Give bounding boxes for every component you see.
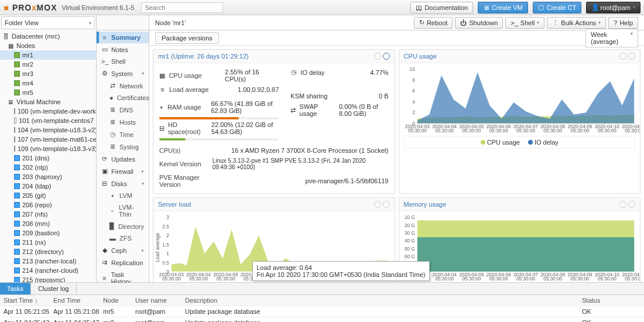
menu-time[interactable]: ◷Time (97, 128, 149, 141)
sub-header: Package versions Week (average)▾ (149, 30, 644, 46)
svg-rect-59 (417, 237, 633, 272)
menu-disks[interactable]: ⊟Disks▾ (97, 177, 149, 190)
menu-zfs[interactable]: ▬ZFS (97, 232, 149, 244)
tab-tasks[interactable]: Tasks (0, 283, 31, 294)
menu-updates[interactable]: ⟳Updates (97, 153, 149, 165)
tab-cluster-log[interactable]: Cluster log (31, 283, 77, 294)
collapse-icon[interactable] (374, 53, 381, 60)
node-item[interactable]: mr3 (0, 69, 96, 78)
svg-text:05:30:00: 05:30:00 (516, 128, 535, 132)
vm-item[interactable]: 104 (vm-template-u18.3-v2) (0, 125, 96, 135)
svg-text:10 G: 10 G (404, 215, 415, 220)
menu-lvm-thin[interactable]: ▫LVM-Thin (97, 201, 149, 220)
svg-text:2.5: 2.5 (162, 224, 169, 229)
menu-notes[interactable]: ▭Notes (97, 43, 149, 56)
menu-syslog[interactable]: ≣Syslog (97, 141, 149, 153)
create-vm-button[interactable]: 🖥Create VM (478, 2, 528, 13)
sidebar: Folder View▾ 🗄Datacenter (mrc)▦Nodesmr1m… (0, 15, 97, 282)
svg-text:Load average: Load average (155, 232, 160, 262)
col-user-name[interactable]: User name (135, 297, 185, 304)
svg-text:8: 8 (412, 78, 415, 83)
svg-text:6: 6 (412, 88, 415, 94)
shutdown-button[interactable]: ⏻ Shutdown (455, 17, 503, 29)
node-header: Node 'mr1' ↻ Reboot ⏻ Shutdown >_ Shell … (149, 15, 644, 30)
task-row[interactable]: Apr 11 05:21:05Apr 11 05:21:08mr5root@pa… (0, 306, 644, 317)
node-item[interactable]: mr2 (0, 60, 96, 69)
vm-item[interactable]: 201 (dns) (0, 153, 96, 163)
svg-text:05:30:00: 05:30:00 (462, 128, 481, 132)
menu-lvm[interactable]: ▪LVM (97, 190, 149, 201)
time-range-select[interactable]: Week (average)▾ (585, 29, 638, 47)
vm-item[interactable]: 211 (nx) (0, 238, 96, 247)
vm-item[interactable]: 101 (vm-template-centos7 (0, 116, 96, 125)
col-description[interactable]: Description (185, 297, 582, 304)
node-title: Node 'mr1' (155, 19, 186, 26)
vm-item[interactable]: 214 (rancher-cloud) (0, 266, 96, 275)
col-node[interactable]: Node (103, 297, 135, 304)
nodes-group[interactable]: ▦Nodes (0, 41, 96, 50)
package-versions-button[interactable]: Package versions (155, 32, 219, 44)
menu-network[interactable]: ⇄Network (97, 80, 149, 92)
menu-system[interactable]: ⚙System▾ (97, 67, 149, 80)
vm-item[interactable]: 212 (directory) (0, 247, 96, 256)
col-end-time[interactable]: End Time (53, 297, 103, 304)
vm-item[interactable]: 215 (reposync) (0, 275, 96, 282)
menu-replication[interactable]: ⇉Replication (97, 256, 149, 269)
menu-hosts[interactable]: ≣Hosts (97, 116, 149, 128)
col-start-time[interactable]: Start Time ↓ (4, 297, 53, 304)
logo: ✖ PROXMOX (4, 3, 57, 12)
search-input[interactable] (141, 2, 223, 13)
cpu-legend: CPU usage IO delay (404, 136, 636, 149)
vm-item[interactable]: 202 (ntp) (0, 163, 96, 172)
menu-certificates[interactable]: ●Certificates (97, 92, 149, 104)
vm-item[interactable]: 203 (haproxy) (0, 172, 96, 181)
vm-item[interactable]: 209 (bastion) (0, 228, 96, 238)
vm-item[interactable]: 109 (vm-template-u18.3-v3) (0, 144, 96, 153)
vm-item[interactable]: 206 (repo) (0, 200, 96, 210)
load-tooltip: Load average: 0.64 Fri Apr 10 2020 17:30… (252, 261, 429, 281)
svg-text:10: 10 (409, 67, 415, 72)
vm-item[interactable]: 207 (nfs) (0, 210, 96, 219)
top-bar: ✖ PROXMOX Virtual Environment 6.1-5 🕮Doc… (0, 0, 644, 15)
cpu-chart: 0246810 2020-04-0305:30:002020-04-0405:3… (399, 63, 640, 132)
vm-item[interactable]: 208 (mm) (0, 219, 96, 228)
server-load-panel: Server load Load average 00.511.522.53 2… (153, 197, 395, 282)
svg-text:05:30:00: 05:30:00 (489, 128, 508, 132)
vm-item[interactable]: 213 (rancher-local) (0, 256, 96, 266)
svg-text:05:30:00: 05:30:00 (543, 276, 562, 280)
menu-directory[interactable]: ▉Directory (97, 220, 149, 232)
summary-title: mr1 (Uptime: 26 days 01:29:12) (158, 53, 249, 60)
shell-button[interactable]: >_ Shell ▾ (505, 17, 544, 29)
help-button[interactable]: ? Help (608, 17, 638, 29)
svg-text:05:30:00: 05:30:00 (543, 128, 562, 132)
bulk-actions-button[interactable]: ⋮ Bulk Actions ▾ (547, 17, 606, 29)
vm-item[interactable]: 107 (vm-template-mat61-ceph) (0, 135, 96, 144)
menu-dns[interactable]: ≣DNS (97, 104, 149, 116)
create-ct-button[interactable]: ▢Create CT (533, 2, 582, 13)
task-log: Tasks Cluster log Start Time ↓End TimeNo… (0, 282, 644, 322)
vm-item[interactable]: 100 (vm-template-dev-workstation (0, 107, 96, 116)
expand-icon[interactable] (383, 53, 390, 60)
documentation-button[interactable]: 🕮Documentation (410, 2, 473, 13)
menu-firewall[interactable]: ▣Firewall▸ (97, 165, 149, 177)
menu-summary[interactable]: ≡Summary (97, 32, 149, 43)
reboot-button[interactable]: ↻ Reboot (414, 17, 453, 29)
view-selector[interactable]: Folder View▾ (1, 16, 95, 29)
svg-text:05:30:00: 05:30:00 (435, 128, 454, 132)
svg-text:05:30:00: 05:30:00 (189, 276, 208, 280)
node-item[interactable]: mr5 (0, 88, 96, 97)
vm-item[interactable]: 205 (git) (0, 191, 96, 200)
svg-text:20 G: 20 G (404, 223, 415, 228)
node-item[interactable]: mr1 (0, 50, 96, 60)
node-item[interactable]: mr4 (0, 78, 96, 88)
col-status[interactable]: Status (582, 297, 640, 304)
vm-group[interactable]: 🖥Virtual Machine (0, 97, 96, 107)
datacenter-item[interactable]: 🗄Datacenter (mrc) (0, 32, 96, 41)
menu-shell[interactable]: >_Shell (97, 56, 149, 67)
svg-text:1: 1 (166, 251, 169, 256)
user-menu[interactable]: 👤root@pam ▾ (586, 2, 640, 13)
menu-ceph[interactable]: ◆Ceph▸ (97, 244, 149, 256)
svg-text:60 G: 60 G (404, 254, 415, 259)
vm-item[interactable]: 204 (ldap) (0, 181, 96, 191)
task-row[interactable]: Apr 11 04:35:43Apr 11 04:35:47mr2root@pa… (0, 317, 644, 322)
